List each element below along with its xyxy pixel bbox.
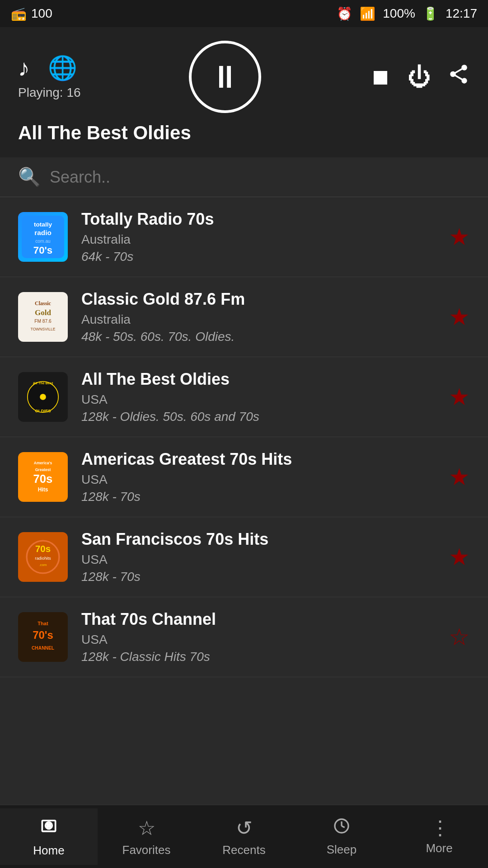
logo-image: America's Greatest 70s Hits bbox=[18, 452, 68, 502]
svg-text:70's: 70's bbox=[33, 629, 53, 641]
pause-icon: ⏸ bbox=[209, 59, 241, 95]
search-icon: 🔍 bbox=[18, 166, 41, 188]
pause-button[interactable]: ⏸ bbox=[189, 41, 261, 113]
battery-label: 100% bbox=[383, 6, 415, 21]
nav-home[interactable]: Home bbox=[0, 808, 98, 865]
station-name: All The Best Oldies bbox=[81, 370, 440, 389]
sleep-icon bbox=[333, 817, 351, 839]
alarm-icon: ⏰ bbox=[337, 6, 352, 21]
station-info: Totally Radio 70s Australia 64k - 70s bbox=[81, 210, 440, 264]
nav-more[interactable]: ⋮ More bbox=[390, 811, 488, 863]
station-name: San Franciscos 70s Hits bbox=[81, 530, 440, 549]
nav-recents[interactable]: ↺ Recents bbox=[195, 809, 293, 864]
logo-image: 70s radiohits .com bbox=[18, 532, 68, 582]
share-button[interactable] bbox=[447, 63, 470, 91]
music-note-icon[interactable]: ♪ bbox=[18, 54, 30, 81]
svg-line-34 bbox=[342, 826, 345, 827]
app-logo: 📻 bbox=[11, 6, 27, 21]
globe-icon[interactable]: 🌐 bbox=[48, 54, 77, 82]
svg-text:Classic: Classic bbox=[35, 300, 51, 307]
sleep-label: Sleep bbox=[327, 843, 357, 857]
status-bar: 📻 100 ⏰ 📶 100% 🔋 12:17 bbox=[0, 0, 488, 27]
svg-text:That: That bbox=[38, 621, 48, 626]
stop-button[interactable]: ⏹ bbox=[370, 65, 391, 90]
search-input[interactable] bbox=[50, 168, 470, 187]
current-station-title: All The Best Oldies bbox=[18, 122, 191, 144]
station-info: That 70s Channel USA 128k - Classic Hits… bbox=[81, 610, 440, 664]
svg-text:FM 87.6: FM 87.6 bbox=[34, 319, 52, 324]
station-country: USA bbox=[81, 472, 440, 487]
favorite-star[interactable]: ★ bbox=[449, 543, 470, 571]
station-country: Australia bbox=[81, 232, 440, 247]
list-item[interactable]: That 70's CHANNEL That 70s Channel USA 1… bbox=[0, 597, 488, 677]
svg-text:OLDIES: OLDIES bbox=[35, 408, 51, 413]
battery-icon: 🔋 bbox=[422, 6, 438, 21]
station-info: Americas Greatest 70s Hits USA 128k - 70… bbox=[81, 450, 440, 504]
list-item[interactable]: totally radio com.au 70's Totally Radio … bbox=[0, 197, 488, 277]
clock-display: 12:17 bbox=[446, 6, 477, 21]
favorite-star[interactable]: ☆ bbox=[449, 623, 470, 651]
station-logo: America's Greatest 70s Hits bbox=[18, 452, 68, 502]
svg-text:CHANNEL: CHANNEL bbox=[32, 646, 54, 651]
svg-text:America's: America's bbox=[34, 461, 52, 465]
svg-text:.com: .com bbox=[39, 563, 47, 567]
svg-text:All The Best: All The Best bbox=[33, 381, 53, 385]
station-name: Totally Radio 70s bbox=[81, 210, 440, 229]
station-info: Classic Gold 87.6 Fm Australia 48k - 50s… bbox=[81, 290, 440, 344]
station-info: All The Best Oldies USA 128k - Oldies. 5… bbox=[81, 370, 440, 424]
favorites-label: Favorites bbox=[122, 843, 171, 857]
station-bitrate: 128k - Classic Hits 70s bbox=[81, 650, 440, 664]
more-label: More bbox=[426, 841, 452, 855]
status-left: 📻 100 bbox=[11, 6, 52, 21]
station-info: San Franciscos 70s Hits USA 128k - 70s bbox=[81, 530, 440, 584]
list-item[interactable]: America's Greatest 70s Hits Americas Gre… bbox=[0, 437, 488, 517]
station-bitrate: 128k - 70s bbox=[81, 570, 440, 584]
favorite-star[interactable]: ★ bbox=[449, 383, 470, 410]
player-left: ♪ 🌐 Playing: 16 bbox=[18, 54, 81, 100]
svg-text:radiohits: radiohits bbox=[35, 556, 51, 561]
logo-image: That 70's CHANNEL bbox=[18, 612, 68, 662]
recents-label: Recents bbox=[222, 843, 265, 857]
svg-text:70s: 70s bbox=[33, 472, 53, 485]
favorite-star[interactable]: ★ bbox=[449, 223, 470, 250]
bottom-nav: Home ☆ Favorites ↺ Recents Sleep ⋮ More bbox=[0, 805, 488, 868]
favorite-star[interactable]: ★ bbox=[449, 303, 470, 330]
logo-image: totally radio com.au 70's bbox=[18, 212, 68, 262]
status-right: ⏰ 📶 100% 🔋 12:17 bbox=[337, 6, 477, 21]
player-header: ♪ 🌐 Playing: 16 ⏸ ⏹ ⏻ All The Best Oldie… bbox=[0, 27, 488, 157]
player-icons-row: ♪ 🌐 bbox=[18, 54, 77, 82]
station-country: USA bbox=[81, 392, 440, 407]
player-controls-row: ♪ 🌐 Playing: 16 ⏸ ⏹ ⏻ bbox=[18, 41, 470, 113]
list-item[interactable]: 70s radiohits .com San Franciscos 70s Hi… bbox=[0, 517, 488, 597]
list-item[interactable]: Classic Gold FM 87.6 TOWNSVILLE Classic … bbox=[0, 277, 488, 357]
home-label: Home bbox=[33, 844, 64, 858]
list-item[interactable]: All The Best OLDIES All The Best Oldies … bbox=[0, 357, 488, 437]
svg-text:70's: 70's bbox=[33, 245, 52, 256]
search-bar: 🔍 bbox=[0, 157, 488, 197]
station-bitrate: 128k - Oldies. 50s. 60s and 70s bbox=[81, 410, 440, 424]
station-logo: Classic Gold FM 87.6 TOWNSVILLE bbox=[18, 292, 68, 342]
favorites-icon: ☆ bbox=[138, 816, 155, 840]
station-bitrate: 48k - 50s. 60s. 70s. Oldies. bbox=[81, 330, 440, 344]
nav-favorites[interactable]: ☆ Favorites bbox=[98, 809, 195, 864]
home-icon bbox=[39, 816, 59, 840]
logo-image: All The Best OLDIES bbox=[18, 372, 68, 422]
player-right-controls: ⏹ ⏻ bbox=[370, 63, 470, 91]
station-bitrate: 128k - 70s bbox=[81, 490, 440, 504]
station-country: USA bbox=[81, 632, 440, 647]
wifi-icon: 📶 bbox=[360, 6, 375, 21]
svg-text:70s: 70s bbox=[35, 543, 51, 554]
more-icon: ⋮ bbox=[430, 818, 448, 838]
favorite-star[interactable]: ★ bbox=[449, 463, 470, 491]
svg-text:totally: totally bbox=[34, 221, 52, 228]
svg-text:TOWNSVILLE: TOWNSVILLE bbox=[31, 327, 56, 331]
svg-text:com.au: com.au bbox=[35, 239, 51, 244]
svg-text:Greatest: Greatest bbox=[35, 467, 51, 472]
nav-sleep[interactable]: Sleep bbox=[293, 810, 390, 864]
svg-rect-31 bbox=[47, 823, 52, 828]
station-logo: All The Best OLDIES bbox=[18, 372, 68, 422]
power-button[interactable]: ⏻ bbox=[408, 63, 431, 90]
station-logo: That 70's CHANNEL bbox=[18, 612, 68, 662]
svg-text:radio: radio bbox=[34, 229, 52, 236]
station-logo: 70s radiohits .com bbox=[18, 532, 68, 582]
